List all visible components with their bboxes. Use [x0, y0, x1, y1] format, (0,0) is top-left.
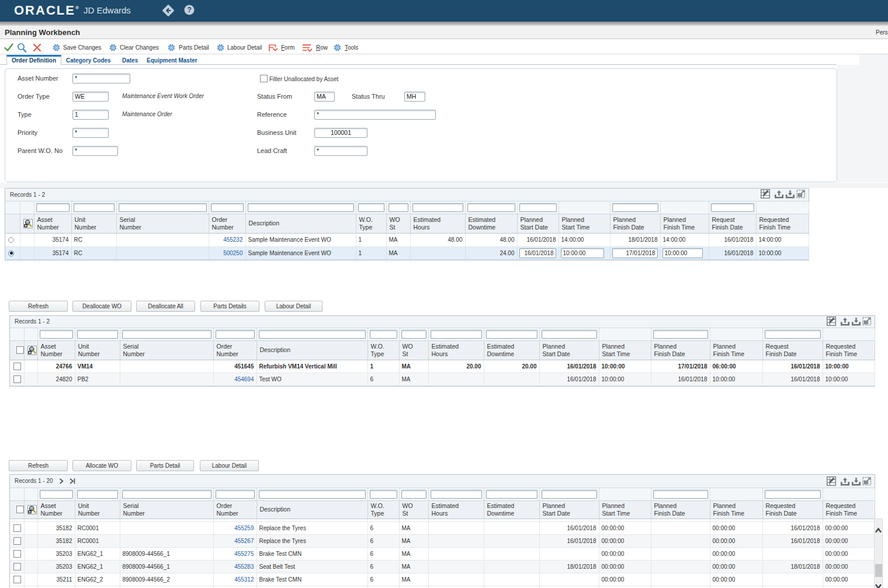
svg-text:?: ?: [187, 6, 192, 14]
